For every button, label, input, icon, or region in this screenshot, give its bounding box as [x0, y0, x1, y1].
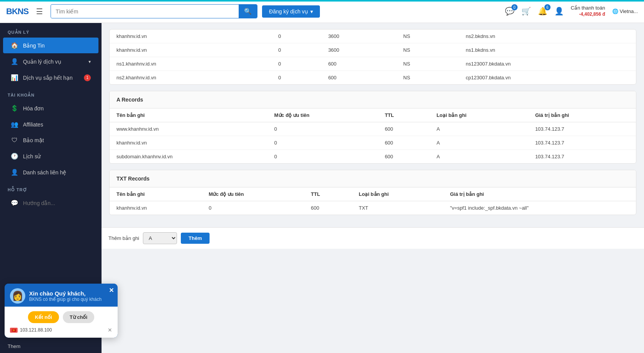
- sidebar-item-history[interactable]: 🕐 Lịch sử: [3, 148, 98, 164]
- cell-value: 103.74.123.7: [528, 122, 636, 136]
- add-record-button[interactable]: Thêm: [181, 233, 210, 244]
- cell-type: A: [429, 136, 528, 150]
- sidebar-item-contacts[interactable]: 👤 Danh sách liên hệ: [3, 164, 98, 180]
- cell-name: khanhnv.id.vn: [110, 30, 271, 43]
- add-record-bar: Thêm bản ghi AAAAACNAMEMXNSTXTSRV Thêm: [102, 227, 644, 249]
- txt-records-section: TXT Records Tên bản ghi Mức độ ưu tiên T…: [109, 170, 636, 215]
- chat-subtitle: BKNS có thể giúp gì cho quý khách: [29, 297, 102, 302]
- sidebar-item-services[interactable]: 👤 Quản lý dịch vụ ▾: [3, 54, 98, 69]
- theme-label: Them: [8, 343, 20, 349]
- cell-ttl: 600: [378, 150, 429, 164]
- nav-icons: 💬 0 🛒 🔔 6 👤 Cần thanh toán -4,402,856 đ …: [505, 5, 638, 17]
- cell-value: ns123007.bkdata.vn: [459, 57, 636, 71]
- payment-warning: Cần thanh toán -4,402,856 đ: [571, 5, 605, 17]
- a-records-section: A Records Tên bản ghi Mức độ ưu tiên TTL…: [109, 91, 636, 164]
- col-name: Tên bản ghi: [110, 108, 267, 122]
- messages-badge: 0: [511, 4, 518, 10]
- chat-ip-address: 103.121.88.100: [20, 327, 52, 333]
- logo-b: B: [6, 7, 12, 16]
- chat-connect-button[interactable]: Kết nối: [28, 311, 59, 323]
- ns-records-section: khanhnv.id.vn 0 3600 NS ns2.bkdns.vn kha…: [109, 29, 636, 85]
- col-value: Giá trị bản ghi: [528, 108, 636, 122]
- cell-ttl: 600: [304, 201, 352, 215]
- cell-name: khanhnv.id.vn: [110, 136, 267, 150]
- txt-col-type: Loại bản ghi: [352, 187, 443, 201]
- txt-col-ttl: TTL: [304, 187, 352, 201]
- cell-type: NS: [397, 43, 459, 57]
- col-ttl: TTL: [378, 108, 429, 122]
- expiring-icon: 📊: [11, 74, 18, 81]
- sidebar-support-label: Hướng dẫn...: [23, 200, 55, 206]
- security-icon: 🛡: [11, 137, 18, 144]
- bell-icon-wrap[interactable]: 🔔 6: [538, 7, 547, 16]
- sidebar-item-security[interactable]: 🛡 Bảo mật: [3, 133, 98, 148]
- cell-value: 103.74.123.7: [528, 136, 636, 150]
- user-icon-wrap[interactable]: 👤: [554, 7, 564, 16]
- cart-icon-wrap[interactable]: 🛒: [521, 7, 531, 16]
- services-icon: 👤: [11, 58, 18, 65]
- cell-priority: 0: [271, 43, 321, 57]
- sidebar-item-support[interactable]: 💬 Hướng dẫn...: [3, 195, 98, 211]
- table-row: subdomain.khanhnv.id.vn 0 600 A 103.74.1…: [110, 150, 636, 164]
- ns-records-table: khanhnv.id.vn 0 3600 NS ns2.bkdns.vn kha…: [110, 30, 636, 84]
- register-service-button[interactable]: Đăng ký dịch vụ ▾: [262, 5, 320, 18]
- search-button[interactable]: 🔍: [239, 5, 257, 18]
- cell-name: www.khanhnv.id.vn: [110, 122, 267, 136]
- cell-ttl: 3600: [321, 43, 397, 57]
- txt-col-value: Giá trị bản ghi: [443, 187, 636, 201]
- teal-accent-bar: [0, 0, 644, 2]
- col-type: Loại bản ghi: [429, 108, 528, 122]
- theme-bar: Them: [0, 340, 102, 353]
- register-label: Đăng ký dịch vụ: [269, 8, 308, 15]
- sidebar-history-label: Lịch sử: [23, 153, 41, 159]
- cell-priority: 0: [271, 30, 321, 43]
- a-records-table: Tên bản ghi Mức độ ưu tiên TTL Loại bản …: [110, 108, 636, 163]
- sidebar-expiring-label: Dịch vụ sắp hết hạn: [23, 75, 73, 81]
- section-account-label: TÀI KHOẢN: [0, 86, 102, 100]
- cell-ttl: 600: [378, 136, 429, 150]
- record-type-select[interactable]: AAAAACNAMEMXNSTXTSRV: [143, 232, 177, 244]
- cell-value: 103.74.123.7: [528, 150, 636, 164]
- invoice-icon: 💲: [11, 105, 18, 112]
- payment-amount: -4,402,856 đ: [571, 11, 605, 18]
- messages-icon-wrap[interactable]: 💬 0: [505, 7, 515, 16]
- cell-priority: 0: [271, 57, 321, 71]
- sidebar-item-expiring[interactable]: 📊 Dịch vụ sắp hết hạn 1: [3, 70, 98, 85]
- cell-name: ns2.khanhnv.id.vn: [110, 71, 271, 85]
- language-selector[interactable]: 🌐 Vietna...: [612, 8, 638, 14]
- cell-name: ns1.khanhnv.id.vn: [110, 57, 271, 71]
- chat-decline-button[interactable]: Từ chối: [63, 311, 94, 323]
- table-row: khanhnv.id.vn 0 600 A 103.74.123.7: [110, 136, 636, 150]
- cell-priority: 0: [202, 201, 304, 215]
- chat-ip-close-icon[interactable]: ✕: [108, 327, 112, 333]
- table-row: khanhnv.id.vn 0 3600 NS ns2.bkdns.vn: [110, 30, 636, 43]
- txt-records-table: Tên bản ghi Mức độ ưu tiên TTL Loại bản …: [110, 187, 636, 215]
- logo: BKNS: [6, 7, 28, 16]
- cell-value: ns2.bkdns.vn: [459, 30, 636, 43]
- chat-close-button[interactable]: ✕: [109, 287, 114, 294]
- cell-type: A: [429, 122, 528, 136]
- cell-value: "v=spf1 include:_spf.bkdata.vn ~all": [443, 201, 636, 215]
- chat-ip-row: 🇻🇳 103.121.88.100 ✕: [10, 327, 112, 333]
- cell-ttl: 3600: [321, 30, 397, 43]
- cell-priority: 0: [267, 150, 378, 164]
- logo-kns: KNS: [12, 7, 28, 16]
- sidebar-item-invoices[interactable]: 💲 Hóa đơn: [3, 100, 98, 116]
- table-row: ns1.khanhnv.id.vn 0 600 NS ns123007.bkda…: [110, 57, 636, 71]
- sidebar-item-dashboard[interactable]: 🏠 Bảng Tin: [3, 38, 98, 53]
- chat-buttons: Kết nối Từ chối: [10, 311, 112, 323]
- cell-ttl: 600: [321, 57, 397, 71]
- sidebar-dashboard-label: Bảng Tin: [23, 43, 44, 49]
- col-priority: Mức độ ưu tiên: [267, 108, 378, 122]
- sidebar-item-affiliates[interactable]: 👥 Affiliates: [3, 117, 98, 132]
- contacts-icon: 👤: [11, 169, 18, 176]
- search-input[interactable]: [51, 5, 239, 18]
- hamburger-icon[interactable]: ☰: [36, 7, 43, 16]
- chat-avatar: 👩: [10, 288, 25, 304]
- cell-ttl: 600: [321, 71, 397, 85]
- expiring-badge: 1: [84, 74, 91, 81]
- cell-type: TXT: [352, 201, 443, 215]
- cell-type: NS: [397, 57, 459, 71]
- section-support-label: HỖ TRỢ: [0, 181, 102, 195]
- cell-type: A: [429, 150, 528, 164]
